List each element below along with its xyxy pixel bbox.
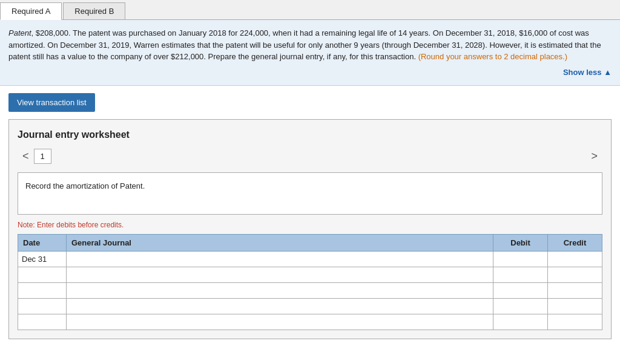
journal-table: Date General Journal Debit Credit Dec 31 [18,234,602,330]
table-row [18,267,602,283]
credit-input-2[interactable] [548,267,602,282]
debit-cell-2[interactable] [493,267,548,283]
debit-input-5[interactable] [493,314,547,330]
date-cell-1: Dec 31 [18,252,67,267]
prev-arrow[interactable]: < [18,149,34,164]
debit-input-1[interactable] [493,252,547,267]
tab-required-b[interactable]: Required B [63,2,125,19]
worksheet-container: Journal entry worksheet < 1 > Record the… [8,119,612,339]
nav-row: < 1 > [18,149,602,164]
general-journal-input-3[interactable] [67,283,493,298]
record-description-text: Record the amortization of Patent. [25,181,145,190]
date-cell-4 [18,299,67,314]
description-area: Patent, $208,000. The patent was purchas… [0,20,620,86]
general-journal-cell-5[interactable] [67,314,493,330]
date-cell-5 [18,314,67,330]
date-cell-3 [18,283,67,299]
credit-input-3[interactable] [548,283,602,298]
tabs-bar: Required A Required B [0,0,620,20]
orange-note: (Round your answers to 2 decimal places.… [418,52,567,61]
general-journal-input-1[interactable] [67,252,493,267]
credit-cell-5[interactable] [548,314,602,330]
note-text: Note: Enter debits before credits. [18,221,602,229]
general-journal-cell-1[interactable] [67,252,493,267]
header-date: Date [18,235,67,252]
page-number: 1 [34,149,51,164]
header-debit: Debit [493,235,548,252]
date-cell-2 [18,267,67,283]
debit-cell-5[interactable] [493,314,548,330]
general-journal-input-4[interactable] [67,299,493,314]
next-arrow[interactable]: > [586,149,602,164]
show-less-link[interactable]: Show less ▲ [8,67,612,79]
table-row [18,299,602,314]
debit-cell-3[interactable] [493,283,548,299]
credit-input-5[interactable] [548,314,602,330]
view-transaction-button[interactable]: View transaction list [8,93,95,112]
credit-cell-4[interactable] [548,299,602,314]
debit-input-4[interactable] [493,299,547,314]
header-general-journal: General Journal [67,235,493,252]
general-journal-cell-3[interactable] [67,283,493,299]
worksheet-title: Journal entry worksheet [18,129,602,140]
table-row [18,283,602,299]
table-row [18,314,602,330]
table-row: Dec 31 [18,252,602,267]
credit-cell-3[interactable] [548,283,602,299]
credit-cell-1[interactable] [548,252,602,267]
debit-input-3[interactable] [493,283,547,298]
debit-input-2[interactable] [493,267,547,282]
header-credit: Credit [548,235,602,252]
debit-cell-4[interactable] [493,299,548,314]
general-journal-cell-4[interactable] [67,299,493,314]
credit-cell-2[interactable] [548,267,602,283]
general-journal-input-2[interactable] [67,267,493,282]
description-text: Patent, $208,000. The patent was purchas… [8,28,601,61]
record-description-box: Record the amortization of Patent. [18,172,602,215]
tab-required-a[interactable]: Required A [0,2,62,20]
general-journal-cell-2[interactable] [67,267,493,283]
credit-input-4[interactable] [548,299,602,314]
debit-cell-1[interactable] [493,252,548,267]
general-journal-input-5[interactable] [67,314,493,330]
credit-input-1[interactable] [548,252,602,267]
